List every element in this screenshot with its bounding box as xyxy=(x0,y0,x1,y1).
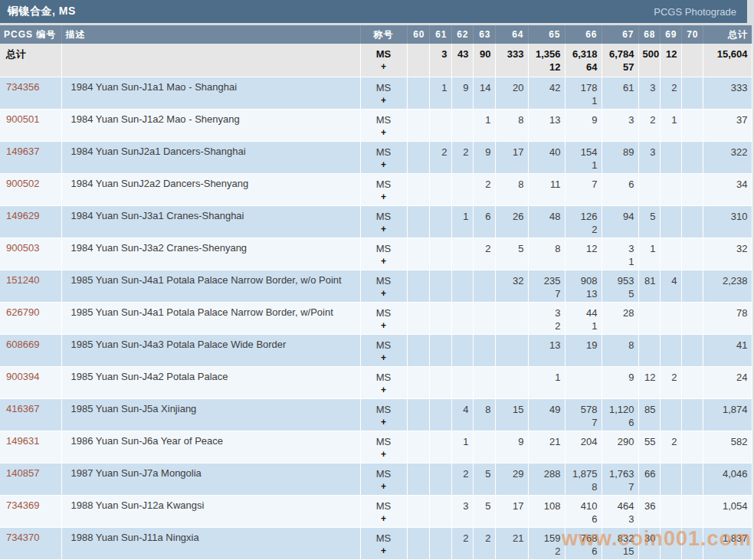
grade-70-cell xyxy=(681,463,703,495)
grade-65-cell: 40 xyxy=(528,141,565,173)
grade-65-cell: 2357 xyxy=(528,270,565,302)
grade-70-cell xyxy=(681,398,703,431)
grade-61-cell xyxy=(429,270,451,302)
pcgs-number-link[interactable]: 900501 xyxy=(6,113,39,125)
pcgs-number-link[interactable]: 900503 xyxy=(6,242,39,254)
grade-total-cell: 333 xyxy=(703,77,752,109)
pcgs-number-link[interactable]: 734370 xyxy=(6,532,39,543)
grade-total-cell: 4,046 xyxy=(703,463,752,495)
pcgs-number-link[interactable]: 900502 xyxy=(6,178,39,189)
grade-63-cell: 2 xyxy=(473,173,495,205)
grade-63-cell: 2 xyxy=(473,237,495,270)
grade-62-cell: 9 xyxy=(451,77,473,109)
grade-68-cell: 5 xyxy=(638,205,660,237)
grade-60-cell xyxy=(407,366,429,398)
designation-plus-label: + xyxy=(365,352,403,365)
designation-plus-label: + xyxy=(365,191,403,204)
grade-65-cell: 1,35612 xyxy=(528,44,565,77)
pcgs-number-link[interactable]: 151240 xyxy=(6,274,39,286)
grade-total-cell: 34 xyxy=(703,173,752,205)
pcgs-number-cell: 149637 xyxy=(0,141,61,173)
grade-66-cell xyxy=(565,366,602,398)
designation-plus-label: + xyxy=(365,319,403,332)
grade-65-cell: 1 xyxy=(528,366,565,398)
designation-ms-label: MS xyxy=(365,242,403,255)
description-cell: 1984 Yuan Sun-J3a2 Cranes-Shenyang xyxy=(61,237,360,270)
grade-60-cell xyxy=(407,205,429,237)
pcgs-number-link[interactable]: 416367 xyxy=(6,403,39,414)
grade-66-cell: 1781 xyxy=(565,77,602,109)
description-cell: 1985 Yuan Sun-J4a3 Potala Palace Wide Bo… xyxy=(61,334,360,366)
pcgs-number-link[interactable]: 149637 xyxy=(6,146,39,157)
pcgs-number-link[interactable]: 626790 xyxy=(6,306,39,318)
grade-66-cell: 7686 xyxy=(565,527,602,559)
pcgs-number-link[interactable]: 608669 xyxy=(6,339,39,350)
designation-cell: MS+ xyxy=(360,237,407,270)
designation-ms-label: MS xyxy=(365,499,403,513)
grade-60-cell xyxy=(407,334,429,366)
column-header-63: 63 xyxy=(473,25,495,44)
grade-63-cell xyxy=(473,270,495,302)
grade-70-cell xyxy=(681,366,703,398)
grade-total-cell: 24 xyxy=(703,366,752,398)
pcgs-number-link[interactable]: 140857 xyxy=(6,467,39,479)
pcgs-number-cell: 149631 xyxy=(0,431,61,463)
grade-69-cell: 2 xyxy=(660,77,681,109)
table-row: 1408571987 Yuan Sun-J7a MongoliaMS+25292… xyxy=(0,463,752,495)
grade-61-cell: 3 xyxy=(429,44,451,77)
pcgs-number-link[interactable]: 149629 xyxy=(6,210,39,221)
grade-70-cell xyxy=(681,495,703,527)
grade-62-cell: 3 xyxy=(451,495,473,527)
grade-64-cell: 9 xyxy=(495,431,528,463)
grade-69-cell: 2 xyxy=(660,366,681,398)
grade-67-cell: 89 xyxy=(602,141,638,173)
pcgs-number-cell: 900502 xyxy=(0,173,61,205)
grade-63-cell xyxy=(473,302,495,334)
pcgs-number-link[interactable]: 734369 xyxy=(6,499,39,511)
grade-64-cell xyxy=(495,334,528,366)
pcgs-number-link[interactable]: 734356 xyxy=(6,81,39,93)
table-row: 7343691988 Yuan Sun-J12a KwangsiMS+35171… xyxy=(0,495,752,527)
grade-62-cell xyxy=(451,366,473,398)
grade-63-cell: 2 xyxy=(473,527,495,559)
pcgs-number-link[interactable]: 149631 xyxy=(6,435,39,447)
grade-69-cell: 2 xyxy=(660,431,681,463)
grade-63-cell: 5 xyxy=(473,463,495,495)
designation-cell: MS+ xyxy=(360,141,407,173)
grade-total-cell: 1,054 xyxy=(703,495,752,527)
designation-cell: MS+ xyxy=(360,44,407,77)
grade-69-cell xyxy=(660,527,681,559)
grade-68-cell: 12 xyxy=(638,366,660,398)
grade-62-cell xyxy=(451,237,473,270)
designation-ms-label: MS xyxy=(365,274,403,287)
designation-ms-label: MS xyxy=(365,306,403,319)
grade-69-cell xyxy=(660,463,681,495)
grade-64-cell: 26 xyxy=(495,205,528,237)
designation-plus-label: + xyxy=(365,126,403,139)
grade-68-cell: 55 xyxy=(638,431,660,463)
designation-plus-label: + xyxy=(365,159,403,172)
grade-60-cell xyxy=(407,431,429,463)
designation-cell: MS+ xyxy=(360,77,407,109)
pcgs-number-link[interactable]: 900394 xyxy=(6,371,39,382)
grade-61-cell xyxy=(429,431,451,463)
pcgs-number-cell: 734369 xyxy=(0,495,61,527)
population-table: PCGS 编号描述称号6061626364656667686970总计 总计MS… xyxy=(0,25,752,560)
description-cell: 1986 Yuan Sun-J6a Year of Peace xyxy=(61,431,360,463)
grade-60-cell xyxy=(407,237,429,270)
grade-62-cell xyxy=(451,334,473,366)
column-header-row: PCGS 编号描述称号6061626364656667686970总计 xyxy=(0,25,752,44)
grade-69-cell xyxy=(660,302,681,334)
grade-total-cell: 1,874 xyxy=(703,398,752,431)
grade-62-cell: 2 xyxy=(451,463,473,495)
grade-total-cell: 15,604 xyxy=(703,44,752,77)
designation-plus-label: + xyxy=(365,287,403,300)
description-cell: 1984 Yuan SunJ2a2 Dancers-Shenyang xyxy=(61,173,360,205)
grade-69-cell xyxy=(660,141,681,173)
table-row: 9005011984 Yuan Sun-J1a2 Mao - ShenyangM… xyxy=(0,109,752,141)
grade-67-cell: 290 xyxy=(602,431,638,463)
pcgs-number-cell: 900501 xyxy=(0,109,61,141)
grade-63-cell: 1 xyxy=(473,109,495,141)
grade-66-cell: 1262 xyxy=(565,205,602,237)
designation-plus-label: + xyxy=(365,94,403,107)
